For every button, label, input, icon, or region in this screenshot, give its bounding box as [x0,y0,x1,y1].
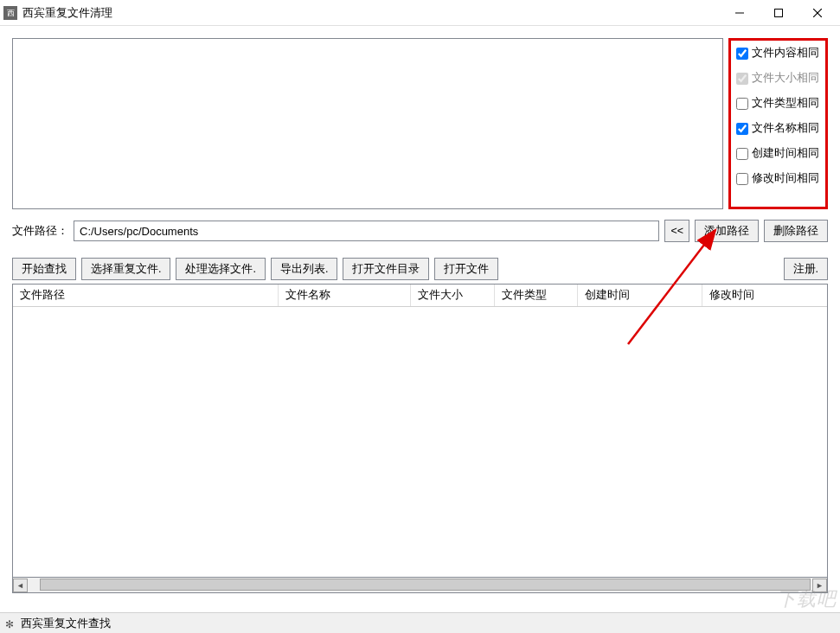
window-title: 西宾重复文件清理 [22,5,720,21]
filter-mtime-same[interactable]: 修改时间相同 [736,171,820,186]
path-input[interactable] [74,221,659,241]
filter-label: 修改时间相同 [752,171,819,186]
result-table[interactable]: 文件路径 文件名称 文件大小 文件类型 创建时间 修改时间 [12,284,828,578]
close-button[interactable] [798,1,837,25]
minimize-button[interactable] [720,1,759,25]
scroll-right-icon[interactable]: ► [812,579,827,592]
col-type[interactable]: 文件类型 [495,285,578,306]
open-dir-button[interactable]: 打开文件目录 [343,258,429,280]
open-file-button[interactable]: 打开文件 [434,258,498,280]
col-size[interactable]: 文件大小 [411,285,494,306]
status-icon [5,617,17,630]
scroll-track[interactable] [28,578,812,592]
select-dup-button[interactable]: 选择重复文件. [81,258,170,280]
app-icon: 西 [3,6,17,20]
filter-mtime-checkbox[interactable] [736,173,748,185]
add-path-button[interactable]: 添加路径 [695,220,759,242]
filter-label: 文件内容相同 [752,46,819,61]
filter-size-checkbox [736,73,748,85]
scroll-left-icon[interactable]: ◄ [13,579,28,592]
export-list-button[interactable]: 导出列表. [271,258,337,280]
filter-ctime-same[interactable]: 创建时间相同 [736,146,820,161]
table-header: 文件路径 文件名称 文件大小 文件类型 创建时间 修改时间 [13,285,827,307]
filter-label: 文件名称相同 [752,121,819,136]
col-name[interactable]: 文件名称 [279,285,412,306]
col-mtime[interactable]: 修改时间 [702,285,827,306]
filter-label: 文件大小相同 [752,71,819,86]
col-path[interactable]: 文件路径 [13,285,279,306]
filter-name-same[interactable]: 文件名称相同 [736,121,820,136]
log-textarea[interactable] [12,38,723,209]
filter-label: 创建时间相同 [752,146,819,161]
filter-name-checkbox[interactable] [736,123,748,135]
filter-ctime-checkbox[interactable] [736,148,748,160]
filter-size-same: 文件大小相同 [736,71,820,86]
delete-path-button[interactable]: 删除路径 [764,220,828,242]
filter-panel: 文件内容相同 文件大小相同 文件类型相同 文件名称相同 创建时间相同 修改时间相… [728,38,828,209]
scroll-thumb[interactable] [40,579,811,591]
filter-type-checkbox[interactable] [736,98,748,110]
filter-type-same[interactable]: 文件类型相同 [736,96,820,111]
maximize-button[interactable] [759,1,798,25]
process-sel-button[interactable]: 处理选择文件. [176,258,265,280]
start-search-button[interactable]: 开始查找 [12,258,76,280]
register-button[interactable]: 注册. [784,258,828,280]
status-text: 西宾重复文件查找 [21,616,111,631]
status-bar: 西宾重复文件查找 [0,612,840,633]
filter-content-checkbox[interactable] [736,48,748,60]
col-ctime[interactable]: 创建时间 [578,285,702,306]
title-bar: 西 西宾重复文件清理 [0,0,840,26]
table-body[interactable] [13,307,827,577]
filter-label: 文件类型相同 [752,96,819,111]
filter-content-same[interactable]: 文件内容相同 [736,46,820,61]
path-label: 文件路径： [12,223,68,239]
svg-rect-1 [774,9,782,16]
history-button[interactable]: << [664,220,689,242]
horizontal-scrollbar[interactable]: ◄ ► [12,578,828,593]
